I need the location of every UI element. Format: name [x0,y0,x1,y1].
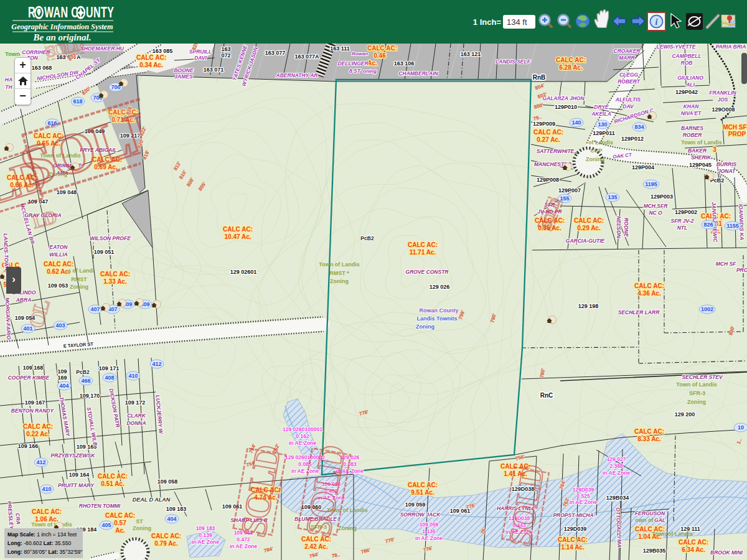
svg-text:129P007: 129P007 [558,187,581,194]
svg-text:129P012: 129P012 [621,136,644,142]
svg-text:404: 404 [167,516,176,522]
svg-text:CLEGG: CLEGG [619,72,639,78]
svg-text:129P011: 129P011 [593,130,615,136]
svg-text:CHAMBERLAIN: CHAMBERLAIN [398,70,438,77]
svg-text:169: 169 [57,375,67,381]
svg-text:129 198: 129 198 [578,303,599,309]
svg-text:834: 834 [634,124,644,130]
svg-text:Ac.: Ac. [367,60,377,67]
svg-text:i: i [655,17,658,27]
svg-text:Landis Townits: Landis Townits [417,315,458,322]
svg-text:CUP: CUP [590,147,602,154]
svg-text:109 168: 109 168 [23,365,44,371]
svg-text:1.14 Ac.: 1.14 Ac. [561,544,585,551]
svg-text:JOS: JOS [717,96,728,103]
svg-text:Zoning: Zoning [338,525,357,531]
svg-text:PROP: PROP [736,267,747,273]
svg-text:CALC AC:: CALC AC: [136,54,166,61]
svg-text:109: 109 [57,368,67,375]
svg-text:NC O: NC O [649,210,662,216]
svg-text:163 071: 163 071 [204,67,224,73]
svg-text:DEAL D ALAN: DEAL D ALAN [133,497,171,503]
svg-text:404: 404 [59,383,68,389]
svg-text:NELSON: NELSON [616,216,622,238]
svg-text:BENTON RANDY: BENTON RANDY [11,408,55,414]
svg-text:LANDIS SELF: LANDIS SELF [496,58,531,65]
svg-text:in AE Zone: in AE Zone [603,470,630,476]
svg-text:129B034: 129B034 [606,495,629,501]
svg-text:WILSON PROFE: WILSON PROFE [90,235,131,241]
svg-text:109 183: 109 183 [166,506,187,512]
svg-text:SATTERWHITE: SATTERWHITE [537,148,575,154]
svg-text:163 068: 163 068 [32,65,52,71]
svg-text:Zoning: Zoning [330,278,349,284]
svg-text:CALC AC:: CALC AC: [98,473,128,480]
svg-text:10.47 Ac.: 10.47 Ac. [225,233,251,240]
svg-text:GROVE CONSTR: GROVE CONSTR [406,269,449,275]
svg-text:EATON: EATON [50,244,68,250]
svg-text:407: 407 [90,306,100,312]
svg-text:1002: 1002 [701,306,713,312]
svg-text:Be an original.: Be an original. [33,32,92,42]
svg-text:PcB2: PcB2 [76,369,90,375]
svg-text:Town: Town [5,50,20,57]
svg-text:1195: 1195 [645,181,657,187]
svg-text:CALC AC:: CALC AC: [679,539,708,546]
svg-text:ALFULTIS: ALFULTIS [615,96,641,103]
svg-text:CALC AC:: CALC AC: [634,282,664,289]
svg-text:129 026: 129 026 [430,284,450,290]
svg-text:GARCIA-GUTIE: GARCIA-GUTIE [566,238,605,244]
svg-text:163: 163 [221,46,230,52]
svg-text:ABRA: ABRA [16,297,32,303]
svg-text:1 Inch=: 1 Inch= [473,17,502,27]
svg-text:KHAN: KHAN [684,103,699,110]
svg-text:CLARK: CLARK [127,413,146,419]
svg-text:163 077: 163 077 [265,50,286,56]
svg-text:RODNE: RODNE [623,218,629,237]
svg-text:0.57: 0.57 [114,520,126,526]
svg-text:0.79 Ac.: 0.79 Ac. [154,540,178,547]
svg-text:DAV: DAV [622,103,634,110]
svg-text:163 121: 163 121 [461,51,481,57]
svg-text:129P045: 129P045 [689,162,712,168]
svg-text:466: 466 [81,378,90,384]
svg-text:8 ST: 8 ST [349,68,361,74]
svg-text:129P009: 129P009 [533,121,555,127]
svg-text:0.62 Ac.: 0.62 Ac. [47,268,70,275]
svg-text:in AE Zone: in AE Zone [192,539,219,545]
svg-text:0.27 Ac.: 0.27 Ac. [537,136,560,143]
svg-text:SFR JV-2: SFR JV-2 [670,218,693,224]
svg-text:CALC AC:: CALC AC: [151,533,181,539]
svg-text:in AE Zone: in AE Zone [230,543,257,549]
svg-text:412: 412 [152,361,161,367]
svg-text:BURRIS: BURRIS [716,161,737,167]
svg-text:Rowan: Rowan [352,51,368,57]
svg-text:SHOEMAKER HU: SHOEMAKER HU [80,45,125,52]
svg-text:129P042: 129P042 [675,89,698,95]
svg-text:Town of Landis: Town of Landis [319,261,359,268]
svg-text:0.29 Ac.: 0.29 Ac. [577,225,601,231]
svg-text:0.51 Ac.: 0.51 Ac. [101,480,125,487]
svg-text:8.33 Ac.: 8.33 Ac. [637,436,661,442]
svg-text:CALC AC:: CALC AC: [105,512,135,519]
svg-text:SHERIK: SHERIK [691,154,712,161]
svg-text:412: 412 [36,459,45,465]
svg-text:CALC AC:: CALC AC: [408,241,438,248]
svg-text:135: 135 [608,194,617,200]
svg-text:129P004: 129P004 [632,164,654,170]
svg-text:Rowan County: Rowan County [420,307,459,314]
svg-text:109 166: 109 166 [18,443,39,449]
svg-text:in AE Zone: in AE Zone [415,535,443,541]
svg-text:0.22 Ac.: 0.22 Ac. [26,431,50,437]
svg-text:CALC AC:: CALC AC: [32,508,62,515]
svg-text:129P008: 129P008 [537,177,559,183]
svg-text:CALC AC:: CALC AC: [23,423,53,430]
svg-text:BROOK MINI: BROOK MINI [710,549,743,556]
svg-text:MCH SF: MCH SF [716,261,736,267]
svg-text:CALC AC:: CALC AC: [533,129,563,136]
svg-text:405: 405 [101,522,111,528]
svg-text:JONAT: JONAT [718,168,736,174]
svg-text:109 164: 109 164 [69,472,90,478]
svg-text:109 172: 109 172 [125,399,146,406]
svg-text:2.42 Ac.: 2.42 Ac. [304,543,328,550]
